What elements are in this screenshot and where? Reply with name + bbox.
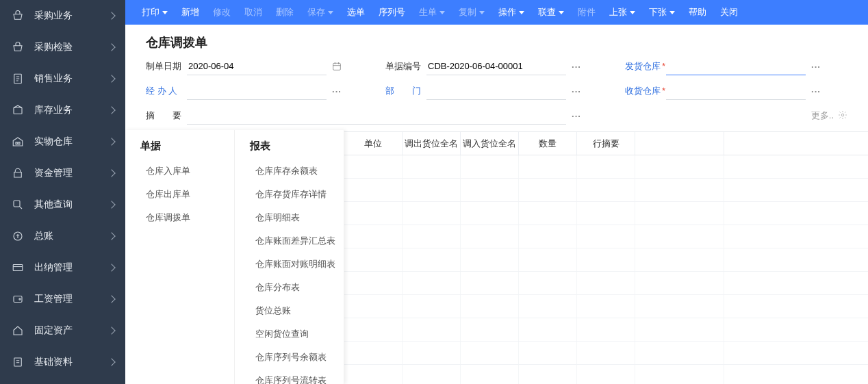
toolbar-操作[interactable]: 操作 [492, 0, 531, 25]
label-in-warehouse[interactable]: 收货仓库* [625, 85, 666, 97]
submenu-item[interactable]: 仓库入库单 [140, 159, 226, 183]
col-blank [635, 132, 724, 155]
svg-rect-6 [13, 265, 23, 271]
sidebar-item-cashier[interactable]: 出纳管理 [0, 252, 125, 283]
field-operator: 经 办 人 ··· [146, 82, 344, 100]
sidebar-item-label: 固定资产 [34, 324, 109, 337]
more-button[interactable]: 更多.. [811, 107, 847, 125]
submenu-item[interactable]: 仓库调拨单 [140, 206, 226, 229]
col-qty[interactable]: 数量 [519, 132, 577, 155]
toolbar-上张[interactable]: 上张 [602, 0, 642, 25]
toolbar-帮助[interactable]: 帮助 [682, 0, 713, 25]
toolbar-新增[interactable]: 新增 [175, 0, 206, 25]
submenu-item[interactable]: 仓库账面差异汇总表 [250, 229, 335, 253]
submenu-panel: 单据 仓库入库单仓库出库单仓库调拨单 报表 仓库库存余额表仓库存货库存详情仓库明… [125, 130, 344, 384]
input-in-warehouse[interactable] [666, 82, 806, 100]
submenu-item[interactable]: 空闲货位查询 [250, 322, 335, 346]
sidebar-item-label: 基础资料 [34, 356, 109, 368]
toolbar-下张[interactable]: 下张 [642, 0, 682, 25]
sidebar-item-sales[interactable]: 销售业务 [0, 63, 125, 94]
sidebar-item-basic-data[interactable]: 基础资料 [0, 346, 125, 378]
sidebar-item-purchase-check[interactable]: 采购检验 [0, 31, 125, 63]
box-icon [11, 103, 25, 117]
col-in-location[interactable]: 调入货位全名 [461, 132, 519, 155]
field-create-date: 制单日期 [146, 57, 344, 75]
toolbar: 打印新增修改取消删除保存选单序列号生单复制操作联查附件上张下张帮助关闭 [125, 0, 868, 25]
chevron-right-icon [107, 201, 115, 208]
home-icon [11, 324, 25, 337]
col-unit[interactable]: 单位 [344, 132, 403, 155]
field-out-warehouse: 发货仓库* ··· [625, 57, 824, 75]
basket-icon [11, 9, 25, 23]
ellipsis-icon[interactable]: ··· [569, 84, 584, 99]
toolbar-序列号[interactable]: 序列号 [372, 0, 412, 25]
submenu-item[interactable]: 货位总账 [250, 299, 335, 322]
sidebar-item-warehouse[interactable]: 实物仓库 [0, 126, 125, 157]
svg-rect-3 [18, 142, 20, 144]
submenu-item[interactable]: 仓库库存余额表 [250, 159, 335, 183]
submenu-item[interactable]: 仓库序列号流转表 [250, 369, 335, 384]
calendar-icon[interactable] [329, 59, 344, 74]
submenu-item[interactable]: 仓库存货库存详情 [250, 183, 335, 206]
sidebar-item-general-ledger[interactable]: 总账 [0, 220, 125, 252]
toolbar-附件: 附件 [571, 0, 602, 25]
sidebar-item-fixed-assets[interactable]: 固定资产 [0, 315, 125, 346]
submenu-head-reports: 报表 [250, 140, 335, 153]
ellipsis-icon[interactable]: ··· [569, 59, 584, 74]
toolbar-打印[interactable]: 打印 [135, 0, 175, 25]
field-remark: 摘 要 ··· [146, 107, 584, 125]
label-out-warehouse[interactable]: 发货仓库* [625, 60, 666, 73]
chevron-right-icon [107, 169, 115, 177]
submenu-item[interactable]: 仓库出库单 [140, 183, 226, 206]
doc-icon [11, 72, 25, 86]
toolbar-修改: 修改 [206, 0, 238, 25]
sidebar-item-finance[interactable]: 资金管理 [0, 157, 125, 189]
label-doc-no: 单据编号 [385, 60, 426, 73]
col-line-remark[interactable]: 行摘要 [577, 132, 635, 155]
input-doc-no[interactable] [426, 57, 566, 75]
sidebar-item-inventory[interactable]: 库存业务 [0, 94, 125, 126]
sidebar-item-label: 销售业务 [34, 73, 109, 85]
wallet-icon [11, 292, 25, 306]
submenu-item[interactable]: 仓库分布表 [250, 276, 335, 299]
chevron-right-icon [107, 106, 115, 114]
ellipsis-icon[interactable]: ··· [808, 84, 824, 99]
col-out-location[interactable]: 调出货位全名 [403, 132, 461, 155]
svg-rect-10 [333, 63, 341, 70]
submenu-item[interactable]: 仓库序列号余额表 [250, 346, 335, 369]
sidebar: 采购业务 采购检验 销售业务 库存业务 实物仓库 资金管理 其他查询 总账 出纳 [0, 0, 125, 384]
basket-icon [11, 40, 25, 54]
input-operator[interactable] [187, 82, 327, 100]
ellipsis-icon[interactable]: ··· [808, 59, 824, 74]
ellipsis-icon[interactable]: ··· [329, 84, 344, 99]
toolbar-保存: 保存 [301, 0, 340, 25]
sidebar-item-other-query[interactable]: 其他查询 [0, 189, 125, 220]
sidebar-item-payroll[interactable]: 工资管理 [0, 283, 125, 315]
chevron-right-icon [107, 358, 115, 366]
sidebar-item-label: 采购检验 [34, 41, 109, 53]
chevron-right-icon [107, 43, 115, 51]
page-title: 仓库调拨单 [125, 25, 868, 57]
input-remark[interactable] [187, 107, 566, 125]
submenu-item[interactable]: 仓库明细表 [250, 206, 335, 229]
sidebar-item-purchase[interactable]: 采购业务 [0, 0, 125, 31]
chevron-right-icon [107, 327, 115, 334]
input-department[interactable] [426, 82, 566, 100]
chevron-right-icon [107, 75, 115, 82]
sidebar-item-label: 其他查询 [34, 199, 109, 211]
sidebar-item-label: 工资管理 [34, 293, 109, 305]
warehouse-icon [11, 135, 25, 149]
label-remark: 摘 要 [146, 110, 187, 122]
toolbar-选单[interactable]: 选单 [340, 0, 372, 25]
label-operator[interactable]: 经 办 人 [146, 85, 187, 97]
input-create-date[interactable] [187, 57, 327, 75]
input-out-warehouse[interactable] [666, 57, 806, 75]
toolbar-生单: 生单 [412, 0, 452, 25]
label-department[interactable]: 部 门 [385, 85, 426, 97]
ellipsis-icon[interactable]: ··· [569, 108, 584, 123]
toolbar-联查[interactable]: 联查 [531, 0, 571, 25]
submenu-item[interactable]: 仓库账面对账明细表 [250, 253, 335, 276]
label-create-date: 制单日期 [146, 60, 187, 73]
chevron-right-icon [107, 295, 115, 303]
toolbar-关闭[interactable]: 关闭 [713, 0, 745, 25]
